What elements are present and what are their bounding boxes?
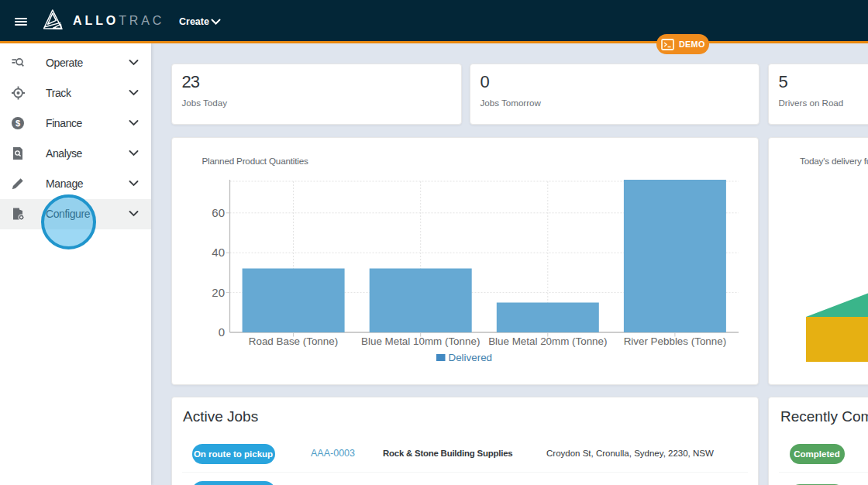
svg-text:Road Base (Tonne): Road Base (Tonne) (249, 335, 338, 347)
svg-text:20: 20 (212, 286, 225, 299)
svg-text:Delivered: Delivered (449, 352, 493, 363)
svg-text:0: 0 (219, 325, 225, 339)
svg-text:40: 40 (212, 246, 225, 259)
svg-text:Blue Metal 10mm (Tonne): Blue Metal 10mm (Tonne) (361, 335, 480, 347)
svg-text:River Pebbles (Tonne): River Pebbles (Tonne) (624, 335, 726, 347)
svg-text:$: $ (16, 119, 20, 128)
svg-text:Blue Metal 20mm (Tonne): Blue Metal 20mm (Tonne) (488, 335, 607, 347)
svg-text:60: 60 (212, 206, 225, 219)
